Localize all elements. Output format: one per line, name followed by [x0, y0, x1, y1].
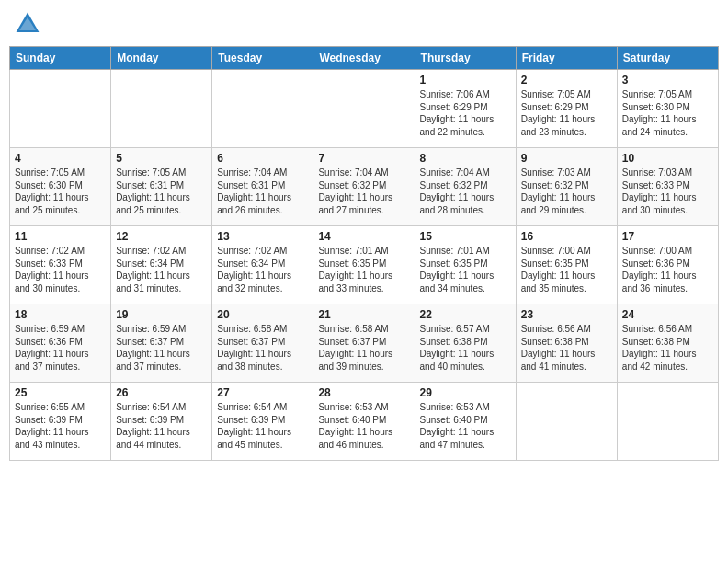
- day-number: 28: [318, 386, 409, 399]
- day-number: 4: [15, 152, 106, 165]
- calendar-day-cell: 2Sunrise: 7:05 AMSunset: 6:29 PMDaylight…: [516, 70, 617, 148]
- calendar-day-cell: 16Sunrise: 7:00 AMSunset: 6:35 PMDayligh…: [516, 226, 617, 304]
- day-number: 8: [420, 152, 511, 165]
- day-info: Sunrise: 6:55 AMSunset: 6:39 PMDaylight:…: [15, 401, 106, 451]
- calendar-day-cell: [111, 70, 212, 148]
- day-info: Sunrise: 6:57 AMSunset: 6:38 PMDaylight:…: [420, 323, 511, 373]
- calendar-day-header: Friday: [516, 47, 617, 70]
- calendar-day-cell: 8Sunrise: 7:04 AMSunset: 6:32 PMDaylight…: [415, 148, 516, 226]
- day-info: Sunrise: 7:04 AMSunset: 6:32 PMDaylight:…: [420, 167, 511, 216]
- calendar-day-cell: 18Sunrise: 6:59 AMSunset: 6:36 PMDayligh…: [10, 304, 111, 383]
- calendar-day-cell: 21Sunrise: 6:58 AMSunset: 6:37 PMDayligh…: [313, 304, 415, 383]
- day-number: 5: [116, 152, 207, 165]
- logo: [13, 9, 44, 39]
- calendar-day-cell: 29Sunrise: 6:53 AMSunset: 6:40 PMDayligh…: [415, 383, 516, 461]
- calendar-day-cell: 10Sunrise: 7:03 AMSunset: 6:33 PMDayligh…: [617, 148, 718, 226]
- day-info: Sunrise: 6:58 AMSunset: 6:37 PMDaylight:…: [318, 323, 409, 373]
- calendar-table: SundayMondayTuesdayWednesdayThursdayFrid…: [9, 46, 719, 461]
- day-number: 14: [318, 230, 409, 243]
- day-number: 6: [217, 152, 308, 165]
- calendar-day-cell: 11Sunrise: 7:02 AMSunset: 6:33 PMDayligh…: [10, 226, 111, 304]
- calendar-header-row: SundayMondayTuesdayWednesdayThursdayFrid…: [10, 47, 719, 70]
- calendar-day-cell: 27Sunrise: 6:54 AMSunset: 6:39 PMDayligh…: [212, 383, 313, 461]
- day-info: Sunrise: 7:02 AMSunset: 6:33 PMDaylight:…: [15, 245, 106, 294]
- day-number: 9: [521, 152, 612, 165]
- day-number: 26: [116, 386, 207, 399]
- calendar-day-header: Saturday: [617, 47, 718, 70]
- day-number: 15: [420, 230, 511, 243]
- day-number: 25: [15, 386, 106, 399]
- day-info: Sunrise: 6:53 AMSunset: 6:40 PMDaylight:…: [420, 401, 511, 451]
- day-number: 2: [521, 74, 612, 86]
- calendar-day-header: Sunday: [10, 47, 111, 70]
- day-number: 27: [217, 386, 308, 399]
- calendar-day-cell: 4Sunrise: 7:05 AMSunset: 6:30 PMDaylight…: [10, 148, 111, 226]
- calendar-week-row: 1Sunrise: 7:06 AMSunset: 6:29 PMDaylight…: [10, 70, 719, 148]
- calendar-day-cell: 1Sunrise: 7:06 AMSunset: 6:29 PMDaylight…: [415, 70, 516, 148]
- calendar-day-cell: 22Sunrise: 6:57 AMSunset: 6:38 PMDayligh…: [415, 304, 516, 383]
- calendar-week-row: 11Sunrise: 7:02 AMSunset: 6:33 PMDayligh…: [10, 226, 719, 304]
- day-info: Sunrise: 7:00 AMSunset: 6:35 PMDaylight:…: [521, 245, 612, 294]
- day-number: 11: [15, 230, 106, 243]
- day-number: 18: [15, 308, 106, 321]
- calendar-day-cell: 12Sunrise: 7:02 AMSunset: 6:34 PMDayligh…: [111, 226, 212, 304]
- day-info: Sunrise: 7:04 AMSunset: 6:32 PMDaylight:…: [318, 167, 409, 216]
- day-info: Sunrise: 7:01 AMSunset: 6:35 PMDaylight:…: [318, 245, 409, 294]
- day-info: Sunrise: 6:54 AMSunset: 6:39 PMDaylight:…: [217, 401, 308, 451]
- day-info: Sunrise: 7:02 AMSunset: 6:34 PMDaylight:…: [217, 245, 308, 294]
- calendar-day-cell: [10, 70, 111, 148]
- day-info: Sunrise: 6:54 AMSunset: 6:39 PMDaylight:…: [116, 401, 207, 451]
- day-info: Sunrise: 7:03 AMSunset: 6:33 PMDaylight:…: [622, 167, 713, 216]
- day-info: Sunrise: 6:53 AMSunset: 6:40 PMDaylight:…: [318, 401, 409, 451]
- day-number: 7: [318, 152, 409, 165]
- day-info: Sunrise: 7:02 AMSunset: 6:34 PMDaylight:…: [116, 245, 207, 294]
- calendar-day-cell: 5Sunrise: 7:05 AMSunset: 6:31 PMDaylight…: [111, 148, 212, 226]
- calendar-day-cell: 9Sunrise: 7:03 AMSunset: 6:32 PMDaylight…: [516, 148, 617, 226]
- day-info: Sunrise: 7:05 AMSunset: 6:29 PMDaylight:…: [521, 88, 612, 138]
- day-info: Sunrise: 6:56 AMSunset: 6:38 PMDaylight:…: [521, 323, 612, 373]
- day-number: 12: [116, 230, 207, 243]
- calendar-day-cell: 24Sunrise: 6:56 AMSunset: 6:38 PMDayligh…: [617, 304, 718, 383]
- calendar-day-cell: 7Sunrise: 7:04 AMSunset: 6:32 PMDaylight…: [313, 148, 415, 226]
- calendar-day-header: Wednesday: [313, 47, 415, 70]
- calendar-day-cell: [617, 383, 718, 461]
- calendar-day-cell: 25Sunrise: 6:55 AMSunset: 6:39 PMDayligh…: [10, 383, 111, 461]
- day-number: 24: [622, 308, 713, 321]
- day-number: 19: [116, 308, 207, 321]
- calendar-day-header: Tuesday: [212, 47, 313, 70]
- calendar-day-cell: 14Sunrise: 7:01 AMSunset: 6:35 PMDayligh…: [313, 226, 415, 304]
- calendar-week-row: 18Sunrise: 6:59 AMSunset: 6:36 PMDayligh…: [10, 304, 719, 383]
- calendar-day-cell: 13Sunrise: 7:02 AMSunset: 6:34 PMDayligh…: [212, 226, 313, 304]
- day-number: 23: [521, 308, 612, 321]
- calendar-day-header: Monday: [111, 47, 212, 70]
- day-number: 1: [420, 74, 511, 86]
- day-info: Sunrise: 6:59 AMSunset: 6:36 PMDaylight:…: [15, 323, 106, 373]
- day-info: Sunrise: 7:00 AMSunset: 6:36 PMDaylight:…: [622, 245, 713, 294]
- calendar-day-cell: 6Sunrise: 7:04 AMSunset: 6:31 PMDaylight…: [212, 148, 313, 226]
- calendar-day-cell: 17Sunrise: 7:00 AMSunset: 6:36 PMDayligh…: [617, 226, 718, 304]
- day-number: 13: [217, 230, 308, 243]
- day-number: 17: [622, 230, 713, 243]
- calendar-week-row: 4Sunrise: 7:05 AMSunset: 6:30 PMDaylight…: [10, 148, 719, 226]
- day-info: Sunrise: 6:58 AMSunset: 6:37 PMDaylight:…: [217, 323, 308, 373]
- day-info: Sunrise: 6:59 AMSunset: 6:37 PMDaylight:…: [116, 323, 207, 373]
- calendar-day-cell: [313, 70, 415, 148]
- day-number: 29: [420, 386, 511, 399]
- day-number: 22: [420, 308, 511, 321]
- day-info: Sunrise: 7:05 AMSunset: 6:31 PMDaylight:…: [116, 167, 207, 216]
- calendar-day-cell: 20Sunrise: 6:58 AMSunset: 6:37 PMDayligh…: [212, 304, 313, 383]
- day-number: 20: [217, 308, 308, 321]
- calendar-day-cell: 23Sunrise: 6:56 AMSunset: 6:38 PMDayligh…: [516, 304, 617, 383]
- calendar-day-cell: 19Sunrise: 6:59 AMSunset: 6:37 PMDayligh…: [111, 304, 212, 383]
- day-info: Sunrise: 7:05 AMSunset: 6:30 PMDaylight:…: [15, 167, 106, 216]
- calendar-day-cell: [212, 70, 313, 148]
- day-info: Sunrise: 7:05 AMSunset: 6:30 PMDaylight:…: [622, 88, 713, 138]
- calendar-week-row: 25Sunrise: 6:55 AMSunset: 6:39 PMDayligh…: [10, 383, 719, 461]
- day-number: 3: [622, 74, 713, 86]
- day-info: Sunrise: 6:56 AMSunset: 6:38 PMDaylight:…: [622, 323, 713, 373]
- day-info: Sunrise: 7:04 AMSunset: 6:31 PMDaylight:…: [217, 167, 308, 216]
- calendar-day-cell: [516, 383, 617, 461]
- day-info: Sunrise: 7:06 AMSunset: 6:29 PMDaylight:…: [420, 88, 511, 138]
- calendar-day-header: Thursday: [415, 47, 516, 70]
- calendar-day-cell: 15Sunrise: 7:01 AMSunset: 6:35 PMDayligh…: [415, 226, 516, 304]
